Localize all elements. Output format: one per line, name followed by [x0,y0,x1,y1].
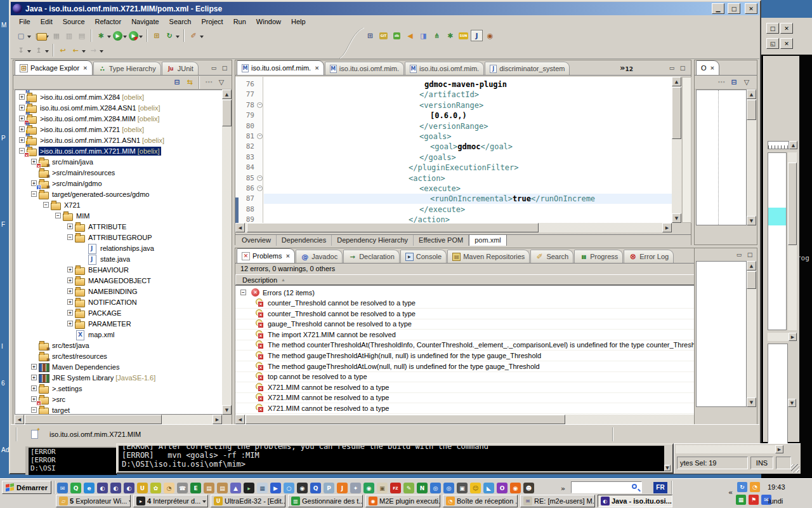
language-indicator[interactable]: FR [653,482,667,493]
taskbar-button-m2e-plugin-executi[interactable]: ◉M2E plugin executi... [365,495,440,507]
editor-overflow-chevron[interactable]: »12 [620,63,633,72]
taskbar-button-explorateur-wi[interactable]: ▱5Explorateur Wi... [56,495,131,507]
taskbar-button-re-m2e-users-m[interactable]: ✉RE: [m2e-users] M... [520,495,595,507]
quicklaunch-ultraedit-icon[interactable]: U [137,483,148,493]
tree-expander[interactable]: − [31,407,37,413]
scroll-up-button[interactable]: ▲ [789,141,797,149]
tray-flag-icon[interactable]: ⚑ [749,495,759,505]
quicklaunch-vpn-icon[interactable]: ▲ [230,483,241,493]
quicklaunch-eclipse-a-icon[interactable]: ◐ [97,483,108,493]
editor-tab-iso-itu-osi-omf-mim[interactable]: iso.itu.osi.omf.mim.✕ [237,60,324,75]
problem-row[interactable]: The method gaugeThresholdAtHigh(null, nu… [235,351,748,361]
code-editor[interactable]: 76gdmoc-maven-plugin77</artifactId>78−<v… [235,77,672,223]
tree-item-iso-itu-osi-omf-mim-x721[interactable]: +M!>iso.itu.osi.omf.mim.X721 [obelix] [19,124,145,135]
problem-row[interactable]: top cannot be resolved to a type [235,371,748,382]
sun-perspective-button[interactable]: SUN [457,30,469,41]
tree-item-iso-itu-osi-omf-mim-x721-mim[interactable]: −M×>iso.itu.osi.omf.mim.X721.MIM [obelix… [19,145,161,156]
tree-expander[interactable]: + [67,321,73,326]
view-tab-javadoc[interactable]: Javadoc [296,250,343,263]
quicklaunch-desktop-search-icon[interactable]: ○ [284,483,294,493]
tree-expander[interactable]: − [43,202,49,208]
quicklaunch-spray-icon[interactable]: ✎ [403,483,414,493]
view-tab-maven-repositories[interactable]: Maven Repositories [447,250,530,263]
scrollbar-thumb[interactable] [672,87,681,139]
taskbar-button-interpr-teur-d[interactable]: ▸4Interpréteur d... [133,495,208,507]
close-tab-icon[interactable]: ✕ [710,65,715,71]
quicklaunch-qfinder-icon[interactable]: Q [310,483,321,493]
code-line[interactable]: </goals> [419,152,456,163]
scroll-down-button[interactable]: ▼ [788,399,796,407]
code-line[interactable]: </versionRange> [419,121,488,131]
menu-help[interactable]: Help [287,17,310,27]
view-chevron-button[interactable]: ▽ [741,77,752,88]
db-perspective-button[interactable]: db [391,30,403,41]
scroll-down-button[interactable]: ▼ [747,216,756,225]
open-plugin-button[interactable] [37,33,47,41]
titlebar[interactable]: Java - iso.itu.osi.omf.mim.X721.MIM/pom.… [11,2,759,15]
ultraedit-hscrollbar[interactable]: ▶ [676,445,783,453]
quicklaunch-mediaplayer-icon[interactable]: ▶ [270,483,281,493]
quicklaunch-organizer-icon[interactable]: ◔ [164,483,174,493]
tree-item-src-main-gdmo[interactable]: +▦?>src/main/gdmo [31,178,103,189]
tree-item-map-xml[interactable]: map.xml [67,329,116,340]
tree-expander[interactable]: + [67,288,73,294]
quicklaunch-regedit-icon[interactable]: ▦ [257,483,268,493]
tree-vscrollbar[interactable]: ▲▼ [222,90,232,415]
code-line[interactable]: <versionRange> [419,100,483,110]
tree-expander[interactable]: + [67,277,73,283]
run-external-button-dropdown[interactable] [139,36,143,40]
taskbar-button-bo-te-de-r-ception[interactable]: ◔Boîte de réception ... [443,495,518,507]
back-button[interactable]: ← [70,44,81,56]
close-tab-icon[interactable]: ✕ [315,65,319,71]
tree-expander[interactable]: + [31,385,37,391]
quicklaunch-eye-icon[interactable]: ◉ [363,483,374,493]
tree-item-namebinding[interactable]: +NAMEBINDING [67,286,139,297]
view-tab-declaration[interactable]: Declaration [343,250,400,263]
plugin-perspective-button[interactable]: ◉ [484,30,496,41]
maximize-button[interactable]: □ [728,3,740,14]
menu-source[interactable]: Source [58,17,89,27]
minimize-button[interactable]: ▁ [712,3,724,14]
scroll-up-button[interactable]: ▲ [747,261,756,271]
quicklaunch-smiley-icon[interactable]: ☺ [470,483,481,493]
taskbar-search-input[interactable] [571,481,642,493]
tree-item-notification[interactable]: +NOTIFICATION [67,297,138,307]
ldap-perspective-button[interactable]: ⋔ [431,30,443,41]
tree-item-x721[interactable]: −X721 [43,199,82,210]
tree-item-src-main-resources[interactable]: ▦>src/main/resources [31,167,116,178]
tree-item-mim[interactable]: −MIM [55,210,91,221]
search-icon[interactable] [632,484,637,489]
scrollbar-thumb[interactable] [25,415,162,424]
tree-item-jre-system-library[interactable]: +JRE System Library [JavaSE-1.6] [31,372,157,383]
scroll-up-button[interactable]: ▲ [222,90,232,99]
fold-marker[interactable]: − [257,185,263,191]
tree-hscrollbar[interactable]: ◀▶ [15,415,222,424]
problem-row[interactable]: X721.MIM cannot be resolved to a type [235,403,748,414]
maximize-view-icon[interactable]: □ [745,250,754,258]
quicklaunch-eclipse-c-icon[interactable]: ◐ [124,483,134,493]
group-dropdown-icon[interactable] [129,500,131,505]
page-tab-dependencies[interactable]: Dependencies [277,235,332,246]
tree-item-iso-itu-osi-omf-mim-x284[interactable]: +M>iso.itu.osi.omf.mim.X284 [obelix] [19,91,145,102]
java-perspective-button[interactable]: J [471,30,483,41]
quicklaunch-snagit-icon[interactable]: ✿ [150,483,161,493]
tree-expander[interactable]: + [19,94,25,100]
tray-organizer-icon[interactable]: ◔ [750,482,760,492]
quicklaunch-phone-icon[interactable]: ☎ [177,483,188,493]
code-line[interactable]: </action> [409,215,450,223]
fold-marker[interactable]: − [257,102,263,108]
code-line[interactable]: <goal>gdmoc</goal> [430,142,513,152]
problem-row[interactable]: X721.MIM cannot be resolved to a type [235,382,748,393]
sync-perspective-button[interactable]: ◀ [404,30,416,41]
scrollbar-thumb[interactable] [747,100,756,120]
problem-row[interactable]: counter_Threshold cannot be resolved to … [235,298,748,309]
tree-item-attribute[interactable]: +ATTRIBUTE [67,221,128,232]
menu-search[interactable]: Search [165,17,196,27]
run-external-button[interactable]: ▶ [129,31,138,41]
quicklaunch-keys-icon[interactable]: ✦ [350,483,361,493]
next-annotation-button-dropdown[interactable] [27,50,31,55]
fast-view-icon[interactable] [31,430,38,439]
quicklaunch-file-explorer-2-icon[interactable]: ▤ [217,483,228,493]
code-line[interactable]: <goals> [419,131,452,142]
taskbar-button-java-iso-itu-osi[interactable]: ◐Java - iso.itu.osi.... [598,495,672,507]
